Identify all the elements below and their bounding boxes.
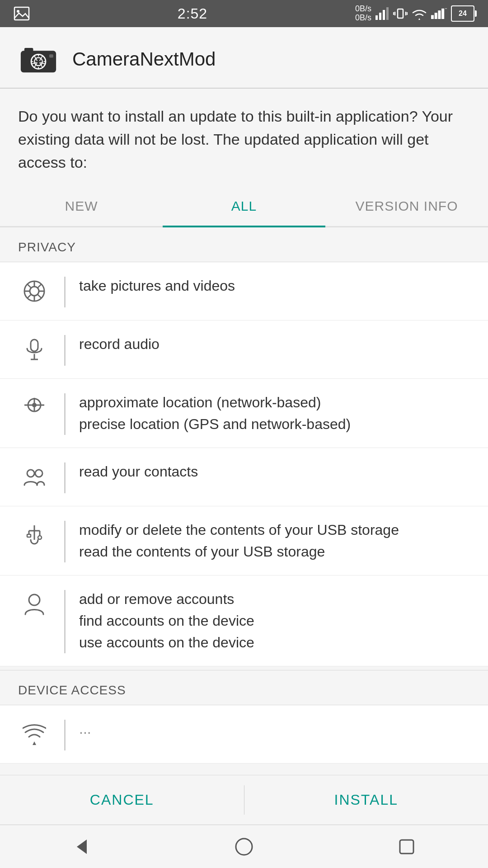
permission-microphone: record audio — [0, 321, 488, 379]
tabs-container: NEW ALL VERSION INFO — [0, 187, 488, 227]
svg-rect-15 — [445, 8, 447, 9]
usb-perm-icon — [18, 519, 51, 552]
perm-divider — [64, 590, 66, 653]
location-perm-icon — [18, 392, 51, 424]
svg-point-43 — [35, 470, 42, 477]
svg-point-1 — [17, 10, 19, 13]
svg-line-32 — [38, 294, 41, 298]
svg-point-52 — [236, 839, 252, 855]
camera-perm-text: take pictures and videos — [79, 275, 470, 297]
svg-line-34 — [28, 294, 31, 298]
microphone-perm-text: record audio — [79, 333, 470, 355]
usb-icon — [23, 524, 46, 547]
accounts-perm-text: add or remove accountsfind accounts on t… — [79, 588, 470, 653]
microphone-icon — [23, 338, 46, 361]
perm-divider — [64, 393, 66, 435]
svg-rect-24 — [49, 54, 53, 57]
recents-button[interactable] — [325, 825, 488, 868]
perm-divider — [64, 277, 66, 307]
svg-rect-13 — [438, 10, 441, 19]
wifi-perm-icon-svg — [23, 722, 46, 746]
status-icons: 0B/s0B/s 24 — [355, 5, 474, 23]
app-name: CameraNextMod — [72, 48, 216, 70]
location-icon — [23, 396, 46, 420]
perm-divider — [64, 462, 66, 493]
svg-rect-6 — [398, 9, 403, 18]
svg-point-42 — [27, 470, 34, 477]
home-icon — [233, 836, 255, 858]
install-button[interactable]: INSTALL — [244, 775, 488, 825]
cancel-button[interactable]: CANCEL — [0, 775, 244, 825]
gallery-icon — [14, 5, 30, 22]
status-bar-left — [14, 5, 30, 22]
svg-rect-0 — [14, 7, 29, 20]
bottom-nav — [0, 825, 488, 868]
recents-icon — [397, 837, 416, 856]
permission-camera: take pictures and videos — [0, 262, 488, 321]
permission-location: approximate location (network-based)prec… — [0, 379, 488, 448]
main-container: CameraNextMod Do you want to install an … — [0, 27, 488, 825]
permission-contacts: read your contacts — [0, 448, 488, 506]
svg-marker-51 — [77, 840, 87, 854]
permission-accounts: add or remove accountsfind accounts on t… — [0, 576, 488, 666]
perm-divider — [64, 521, 66, 562]
svg-rect-14 — [441, 9, 444, 19]
svg-rect-53 — [400, 840, 413, 854]
svg-rect-3 — [379, 13, 381, 20]
status-time: 2:52 — [178, 5, 207, 22]
tab-all[interactable]: ALL — [163, 187, 325, 227]
svg-point-49 — [38, 536, 42, 539]
app-icon — [18, 43, 59, 75]
svg-rect-4 — [383, 10, 385, 20]
svg-rect-12 — [435, 13, 437, 19]
signal-bars-icon — [431, 7, 447, 20]
signal-icon — [375, 6, 389, 21]
permission-usb: modify or delete the contents of your US… — [0, 506, 488, 576]
partial-device-permission: ... — [0, 705, 488, 764]
svg-rect-35 — [31, 340, 38, 351]
vibrate-icon — [393, 6, 408, 21]
tab-new[interactable]: NEW — [0, 187, 163, 226]
account-perm-icon — [18, 588, 51, 621]
status-bar: 2:52 0B/s0B/s 24 — [0, 0, 488, 27]
permissions-list: PRIVACY take pictures a — [0, 227, 488, 825]
device-access-section-header: DEVICE ACCESS — [0, 670, 488, 705]
tab-version-info[interactable]: VERSION INFO — [325, 187, 488, 226]
usb-perm-text: modify or delete the contents of your US… — [79, 519, 470, 562]
privacy-section-header: PRIVACY — [0, 227, 488, 262]
wifi-icon — [411, 6, 427, 21]
wifi-perm-icon — [18, 718, 51, 750]
svg-rect-2 — [375, 15, 378, 20]
camera-perm-icon — [18, 275, 51, 307]
svg-rect-17 — [24, 48, 33, 53]
app-header: CameraNextMod — [0, 27, 488, 88]
perm-divider — [64, 720, 66, 750]
svg-line-33 — [38, 284, 41, 288]
contacts-perm-text: read your contacts — [79, 461, 470, 482]
microphone-perm-icon — [18, 333, 51, 366]
svg-rect-11 — [431, 15, 434, 19]
account-icon — [23, 593, 46, 616]
svg-rect-48 — [27, 534, 31, 537]
perm-divider — [64, 335, 66, 366]
description-text: Do you want to install an update to this… — [0, 89, 488, 187]
network-speed: 0B/s0B/s — [355, 5, 371, 23]
svg-line-31 — [28, 284, 31, 288]
camera-app-icon — [20, 44, 56, 75]
partial-device-text: ... — [79, 718, 470, 740]
contacts-perm-icon — [18, 461, 51, 493]
battery-indicator: 24 — [451, 5, 474, 22]
back-button[interactable] — [0, 825, 163, 868]
camera-icon — [23, 279, 46, 303]
svg-rect-5 — [386, 7, 389, 20]
svg-point-50 — [29, 594, 40, 605]
action-buttons: CANCEL INSTALL — [0, 775, 488, 825]
location-perm-text: approximate location (network-based)prec… — [79, 392, 470, 435]
home-button[interactable] — [163, 825, 325, 868]
back-icon — [70, 836, 92, 858]
contacts-icon — [23, 465, 46, 489]
